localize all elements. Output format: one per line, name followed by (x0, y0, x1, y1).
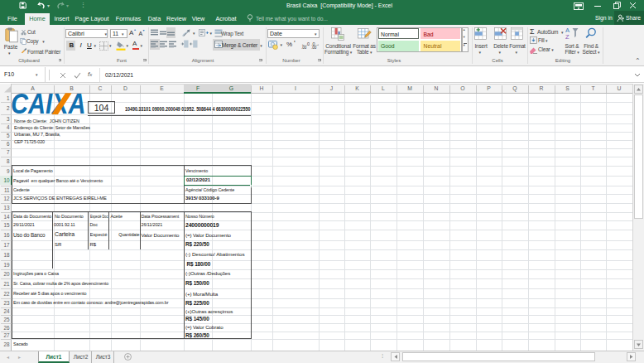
svg-text:Z: Z (565, 33, 570, 40)
svg-text:CAIXA: CAIXA (11, 92, 86, 116)
svg-text:.00: .00 (301, 46, 307, 49)
